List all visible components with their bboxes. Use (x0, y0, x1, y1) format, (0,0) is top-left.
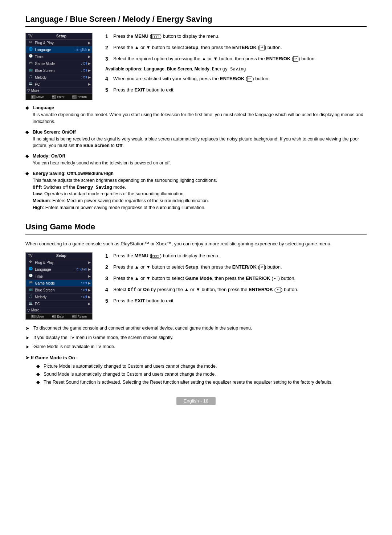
step-1-4: 4 When you are satisfied with your setti… (105, 75, 367, 83)
melody-arrow-2: ▶ (88, 295, 91, 299)
section2-steps-col: 1 Press the MENU (□□□) button to display… (105, 252, 367, 320)
tv-menu-row-gamemode: 🎮 Game Mode : Off ▶ (26, 60, 92, 67)
enter-icon-2: ↵ (52, 315, 56, 318)
section2-content-row: TV Setup ⚙ Plug & Play ▶ 🌐 Language : En… (25, 252, 367, 320)
bullet-language-header: ◆ Language (25, 105, 367, 110)
step-2-3-text: Press the ▲ or ▼ button to select Game M… (113, 275, 367, 282)
time-label-2: Time (35, 274, 88, 278)
tv-menu2-row-plug: ⚙ Plug & Play ▶ (26, 259, 92, 266)
step-1-1: 1 Press the MENU (□□□) button to display… (105, 33, 367, 40)
step-2-4: 4 Select Off or On by pressing the ▲ or … (105, 286, 367, 294)
tv-menu-row-bluescreen: 📺 Blue Screen : Off ▶ (26, 67, 92, 74)
plug-play-icon: ⚙ (27, 40, 34, 45)
section1-steps-col: 1 Press the MENU (□□□) button to display… (105, 33, 367, 100)
pc-label-2: PC (35, 302, 88, 306)
step-1-2-num: 2 (105, 44, 110, 52)
pc-icon-2: 💻 (27, 301, 34, 306)
note-arrow-icon-3: ➤ (25, 343, 31, 351)
step-1-2: 2 Press the ▲ or ▼ button to select Setu… (105, 44, 367, 52)
step-1-4-num: 4 (105, 75, 110, 83)
plug-play-arrow: ▶ (88, 41, 91, 45)
game-mode-bullet-1: ◆ Picture Mode is automatically changed … (36, 363, 367, 370)
section1-steps-cont: 4 When you are satisfied with your setti… (105, 75, 367, 94)
energy-line-2: Off: Switches off the Energy Saving mode… (33, 184, 367, 191)
step-2-4-num: 4 (105, 286, 110, 294)
tv-menu2-row-time: 🕐 Time ▶ (26, 273, 92, 280)
time-arrow-2: ▶ (88, 274, 91, 278)
bluescreen-arrow-2: ▶ (88, 288, 91, 292)
tri-arrow-icon: ➤ (25, 355, 29, 360)
language-arrow-2: ▶ (88, 268, 91, 271)
melody-label-2: Melody (35, 295, 81, 299)
melody-icon: 🎵 (27, 75, 34, 80)
language-label-2: Language (35, 268, 74, 271)
tv-menu-row-time: 🕐 Time ▶ (26, 53, 92, 60)
return-icon-2: ⏎ (72, 315, 77, 318)
game-mode-bullet-2-text: Sound Mode is automatically changed to C… (44, 371, 216, 378)
language-arrow: ▶ (88, 48, 91, 52)
gamemode-arrow: ▶ (88, 62, 91, 65)
section-language: Language / Blue Screen / Melody / Energy… (25, 15, 367, 211)
bullet-language: ◆ Language It is variable depending on t… (25, 105, 367, 125)
bluescreen-icon-2: 📺 (27, 287, 34, 293)
pc-arrow: ▶ (88, 82, 91, 86)
available-options: Available options: Language, Blue Screen… (105, 66, 367, 72)
diamond-icon-3: ◆ (25, 154, 30, 159)
gamemode-value: : Off (81, 62, 87, 65)
step-1-1-num: 1 (105, 33, 110, 40)
melody-value: : Off (81, 75, 87, 79)
tv-menu-row-plug: ⚙ Plug & Play ▶ (26, 40, 92, 46)
step-2-2: 2 Press the ▲ or ▼ button to select Setu… (105, 264, 367, 271)
step-1-2-text: Press the ▲ or ▼ button to select Setup,… (113, 44, 367, 52)
note-arrow-icon-2: ➤ (25, 334, 31, 342)
note-2: ➤ If you display the TV menu in Game mod… (25, 334, 367, 342)
bullet-energy: ◆ Energy Saving: Off/Low/Medium/High Thi… (25, 171, 367, 211)
tv-menu-row-more: ▽ More (26, 88, 92, 94)
tv-menu-row-melody: 🎵 Melody : Off ▶ (26, 74, 92, 81)
tv-menu-2: TV Setup ⚙ Plug & Play ▶ 🌐 Language : En… (25, 252, 93, 320)
footer-return: ⏎ Return (72, 95, 87, 99)
gamemode-icon-2: 🎮 (27, 281, 34, 286)
if-game-mode-section: ➤ If Game Mode is On : ◆ Picture Mode is… (25, 355, 367, 386)
gamemode-value-2: : Off (81, 281, 87, 285)
bluescreen-value-2: : Off (81, 288, 87, 292)
time-arrow: ▶ (88, 55, 91, 58)
more-label: ▽ More (27, 89, 91, 93)
step-2-1: 1 Press the MENU (□□□) button to display… (105, 252, 367, 260)
tv-label-2: TV (28, 254, 33, 258)
page-footer: English - 18 (25, 397, 367, 405)
footer-move-2: ⇕ Move (31, 315, 44, 318)
section2-menu-box: TV Setup ⚙ Plug & Play ▶ 🌐 Language : En… (25, 252, 98, 320)
language-value: : English (74, 48, 87, 52)
footer-enter-2: ↵ Enter (52, 315, 64, 318)
gamemode-arrow-2: ▶ (88, 281, 91, 285)
tv-menu-1-footer: ⇕ Move ↵ Enter ⏎ Return (26, 94, 92, 100)
tv-menu-1-header: TV Setup (26, 33, 92, 40)
bullet-melody-body: You can hear melody sound when the telev… (33, 160, 367, 167)
bullet-bluescreen-title: Blue Screen: On/Off (33, 130, 76, 135)
note-1-text: To disconnect the game console and conne… (33, 325, 252, 332)
section1-menu-box: TV Setup ⚙ Plug & Play ▶ 🌐 Language : En… (25, 33, 98, 100)
bullet-bluescreen-header: ◆ Blue Screen: On/Off (25, 130, 367, 135)
step-2-1-text: Press the MENU (□□□) button to display t… (113, 252, 367, 260)
step-1-5-text: Press the EXIT button to exit. (113, 86, 367, 94)
game-mode-bullet-3-text: The Reset Sound function is activated. S… (44, 379, 332, 386)
bullet-bluescreen-body: If no signal is being received or the si… (33, 136, 367, 150)
pc-arrow-2: ▶ (88, 302, 91, 306)
language-label: Language (35, 48, 74, 52)
step-2-4-text: Select Off or On by pressing the ▲ or ▼ … (113, 286, 367, 294)
enter-icon: ↵ (52, 95, 56, 99)
game-mode-bullet-1-text: Picture Mode is automatically changed to… (44, 363, 217, 370)
footer-badge: English - 18 (176, 397, 216, 405)
section2-intro: When connecting to a game console such a… (25, 240, 367, 248)
step-2-3-num: 3 (105, 275, 110, 282)
time-icon-2: 🕐 (27, 274, 34, 279)
bullet-melody-title: Melody: On/Off (33, 154, 65, 159)
step-1-3-num: 3 (105, 55, 110, 63)
bluescreen-arrow: ▶ (88, 69, 91, 72)
tv-menu2-row-gamemode: 🎮 Game Mode : Off ▶ (26, 280, 92, 287)
note-3-text: Game Mode is not available in TV mode. (33, 343, 115, 351)
section1-steps: 1 Press the MENU (□□□) button to display… (105, 33, 367, 63)
bullet-language-body: It is variable depending on the model. W… (33, 111, 367, 125)
tv-menu-2-footer: ⇕ Move ↵ Enter ⏎ Return (26, 313, 92, 319)
